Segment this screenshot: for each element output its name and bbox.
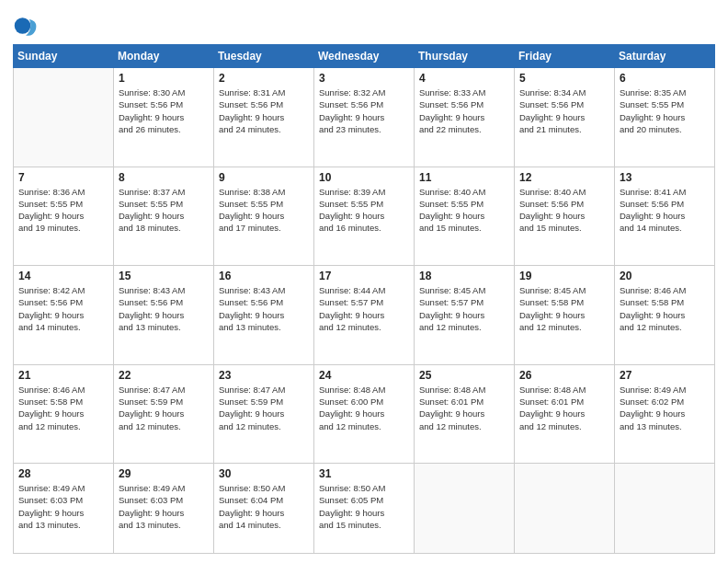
day-number: 10 — [319, 171, 409, 184]
day-number: 13 — [620, 171, 710, 184]
day-info: Sunrise: 8:45 AMSunset: 5:58 PMDaylight:… — [519, 284, 609, 333]
day-number: 4 — [419, 72, 509, 85]
day-number: 2 — [219, 72, 309, 85]
day-number: 1 — [119, 72, 209, 85]
day-info: Sunrise: 8:37 AMSunset: 5:55 PMDaylight:… — [119, 186, 209, 235]
calendar-cell: 12Sunrise: 8:40 AMSunset: 5:56 PMDayligh… — [515, 167, 615, 266]
logo-icon — [13, 13, 39, 39]
day-info: Sunrise: 8:41 AMSunset: 5:56 PMDaylight:… — [620, 186, 710, 235]
calendar-cell: 22Sunrise: 8:47 AMSunset: 5:59 PMDayligh… — [114, 364, 214, 464]
day-info: Sunrise: 8:38 AMSunset: 5:55 PMDaylight:… — [219, 186, 309, 235]
calendar-week-2: 7Sunrise: 8:36 AMSunset: 5:55 PMDaylight… — [14, 167, 715, 266]
calendar-cell: 19Sunrise: 8:45 AMSunset: 5:58 PMDayligh… — [515, 266, 615, 365]
calendar-header-friday: Friday — [515, 45, 615, 68]
day-number: 7 — [18, 171, 108, 184]
day-number: 17 — [319, 270, 409, 282]
calendar-cell: 10Sunrise: 8:39 AMSunset: 5:55 PMDayligh… — [314, 167, 415, 266]
day-info: Sunrise: 8:30 AMSunset: 5:56 PMDaylight:… — [119, 86, 209, 135]
calendar-header-row: SundayMondayTuesdayWednesdayThursdayFrid… — [14, 45, 715, 68]
calendar-week-5: 28Sunrise: 8:49 AMSunset: 6:03 PMDayligh… — [14, 464, 715, 554]
day-number: 21 — [18, 369, 108, 382]
day-number: 30 — [219, 467, 309, 480]
calendar-cell: 27Sunrise: 8:49 AMSunset: 6:02 PMDayligh… — [615, 364, 715, 464]
calendar-cell: 17Sunrise: 8:44 AMSunset: 5:57 PMDayligh… — [314, 266, 415, 365]
day-info: Sunrise: 8:50 AMSunset: 6:05 PMDaylight:… — [319, 482, 409, 531]
day-info: Sunrise: 8:47 AMSunset: 5:59 PMDaylight:… — [219, 384, 309, 432]
day-number: 31 — [319, 467, 409, 480]
calendar-cell: 18Sunrise: 8:45 AMSunset: 5:57 PMDayligh… — [415, 266, 515, 365]
day-number: 15 — [119, 270, 209, 282]
day-info: Sunrise: 8:47 AMSunset: 5:59 PMDaylight:… — [119, 384, 209, 432]
calendar-cell: 25Sunrise: 8:48 AMSunset: 6:01 PMDayligh… — [415, 364, 515, 464]
day-number: 9 — [219, 171, 309, 184]
calendar-cell: 15Sunrise: 8:43 AMSunset: 5:56 PMDayligh… — [114, 266, 214, 365]
calendar-week-1: 1Sunrise: 8:30 AMSunset: 5:56 PMDaylight… — [14, 68, 715, 167]
day-number: 14 — [18, 270, 108, 282]
day-info: Sunrise: 8:48 AMSunset: 6:01 PMDaylight:… — [419, 384, 509, 432]
calendar-cell — [615, 464, 715, 554]
calendar-cell — [415, 464, 515, 554]
calendar-cell: 3Sunrise: 8:32 AMSunset: 5:56 PMDaylight… — [314, 68, 415, 167]
day-number: 16 — [219, 270, 309, 282]
day-info: Sunrise: 8:45 AMSunset: 5:57 PMDaylight:… — [419, 284, 509, 333]
day-number: 8 — [119, 171, 209, 184]
calendar-cell: 21Sunrise: 8:46 AMSunset: 5:58 PMDayligh… — [14, 364, 114, 464]
calendar-cell: 31Sunrise: 8:50 AMSunset: 6:05 PMDayligh… — [314, 464, 415, 554]
calendar-cell: 28Sunrise: 8:49 AMSunset: 6:03 PMDayligh… — [14, 464, 114, 554]
logo — [13, 13, 42, 39]
header — [13, 9, 715, 39]
calendar-cell: 24Sunrise: 8:48 AMSunset: 6:00 PMDayligh… — [314, 364, 415, 464]
day-info: Sunrise: 8:32 AMSunset: 5:56 PMDaylight:… — [319, 86, 409, 135]
calendar-week-4: 21Sunrise: 8:46 AMSunset: 5:58 PMDayligh… — [14, 364, 715, 464]
day-number: 25 — [419, 369, 509, 382]
day-info: Sunrise: 8:31 AMSunset: 5:56 PMDaylight:… — [219, 86, 309, 135]
day-info: Sunrise: 8:43 AMSunset: 5:56 PMDaylight:… — [119, 284, 209, 333]
calendar-cell: 4Sunrise: 8:33 AMSunset: 5:56 PMDaylight… — [415, 68, 515, 167]
calendar-cell: 11Sunrise: 8:40 AMSunset: 5:55 PMDayligh… — [415, 167, 515, 266]
calendar-cell: 2Sunrise: 8:31 AMSunset: 5:56 PMDaylight… — [214, 68, 314, 167]
calendar-cell: 6Sunrise: 8:35 AMSunset: 5:55 PMDaylight… — [615, 68, 715, 167]
day-number: 28 — [18, 467, 108, 480]
day-info: Sunrise: 8:33 AMSunset: 5:56 PMDaylight:… — [419, 86, 509, 135]
day-number: 3 — [319, 72, 409, 85]
calendar-cell: 30Sunrise: 8:50 AMSunset: 6:04 PMDayligh… — [214, 464, 314, 554]
calendar-header-saturday: Saturday — [615, 45, 715, 68]
calendar-header-thursday: Thursday — [415, 45, 515, 68]
calendar-cell: 16Sunrise: 8:43 AMSunset: 5:56 PMDayligh… — [214, 266, 314, 365]
day-info: Sunrise: 8:46 AMSunset: 5:58 PMDaylight:… — [620, 284, 710, 333]
calendar-cell — [14, 68, 114, 167]
day-number: 24 — [319, 369, 409, 382]
day-number: 29 — [119, 467, 209, 480]
day-info: Sunrise: 8:40 AMSunset: 5:55 PMDaylight:… — [419, 186, 509, 235]
calendar-cell: 14Sunrise: 8:42 AMSunset: 5:56 PMDayligh… — [14, 266, 114, 365]
day-number: 11 — [419, 171, 509, 184]
day-number: 12 — [519, 171, 609, 184]
day-info: Sunrise: 8:50 AMSunset: 6:04 PMDaylight:… — [219, 482, 309, 531]
calendar-cell — [515, 464, 615, 554]
calendar-header-monday: Monday — [114, 45, 214, 68]
day-info: Sunrise: 8:40 AMSunset: 5:56 PMDaylight:… — [519, 186, 609, 235]
calendar-cell: 23Sunrise: 8:47 AMSunset: 5:59 PMDayligh… — [214, 364, 314, 464]
day-number: 27 — [620, 369, 710, 382]
day-info: Sunrise: 8:46 AMSunset: 5:58 PMDaylight:… — [18, 384, 108, 432]
day-info: Sunrise: 8:44 AMSunset: 5:57 PMDaylight:… — [319, 284, 409, 333]
calendar-table: SundayMondayTuesdayWednesdayThursdayFrid… — [13, 44, 715, 554]
calendar-cell: 29Sunrise: 8:49 AMSunset: 6:03 PMDayligh… — [114, 464, 214, 554]
calendar-cell: 1Sunrise: 8:30 AMSunset: 5:56 PMDaylight… — [114, 68, 214, 167]
calendar-header-wednesday: Wednesday — [314, 45, 415, 68]
calendar-cell: 8Sunrise: 8:37 AMSunset: 5:55 PMDaylight… — [114, 167, 214, 266]
day-info: Sunrise: 8:39 AMSunset: 5:55 PMDaylight:… — [319, 186, 409, 235]
day-info: Sunrise: 8:48 AMSunset: 6:01 PMDaylight:… — [519, 384, 609, 432]
day-info: Sunrise: 8:35 AMSunset: 5:55 PMDaylight:… — [620, 86, 710, 135]
svg-point-0 — [15, 17, 31, 34]
day-info: Sunrise: 8:42 AMSunset: 5:56 PMDaylight:… — [18, 284, 108, 333]
calendar-header-sunday: Sunday — [14, 45, 114, 68]
calendar-cell: 9Sunrise: 8:38 AMSunset: 5:55 PMDaylight… — [214, 167, 314, 266]
day-info: Sunrise: 8:49 AMSunset: 6:02 PMDaylight:… — [620, 384, 710, 432]
calendar-cell: 13Sunrise: 8:41 AMSunset: 5:56 PMDayligh… — [615, 167, 715, 266]
day-number: 19 — [519, 270, 609, 282]
calendar-header-tuesday: Tuesday — [214, 45, 314, 68]
day-number: 26 — [519, 369, 609, 382]
day-number: 22 — [119, 369, 209, 382]
day-info: Sunrise: 8:49 AMSunset: 6:03 PMDaylight:… — [18, 482, 108, 531]
